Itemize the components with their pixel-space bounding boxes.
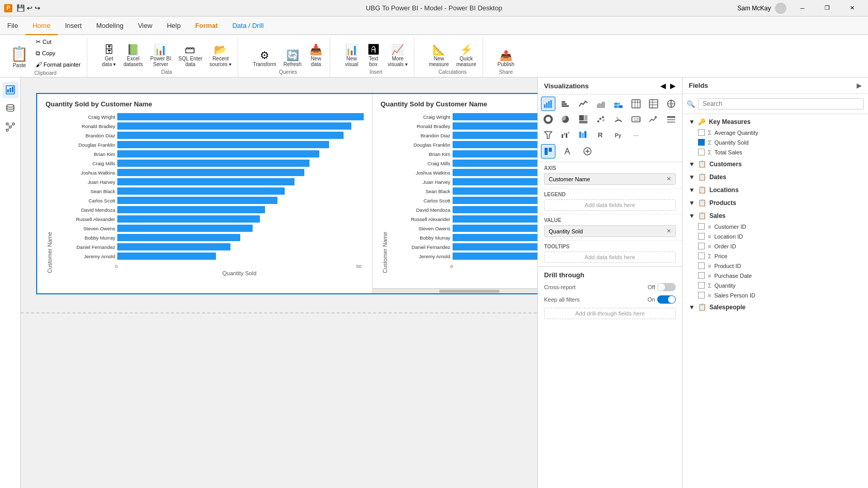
avg-qty-checkbox[interactable] <box>698 129 705 136</box>
new-measure-button[interactable]: 📐 Newmeasure <box>427 43 451 68</box>
total-sales-checkbox[interactable] <box>698 149 705 155</box>
price-checkbox[interactable] <box>698 253 705 259</box>
get-data-button[interactable]: 🗄 Getdata ▾ <box>100 43 118 68</box>
minimize-button[interactable]: ─ <box>791 0 814 17</box>
quick-measure-button[interactable]: ⚡ Quickmeasure <box>454 43 478 68</box>
menu-modeling[interactable]: Modeling <box>89 17 131 34</box>
viz-slicer[interactable] <box>664 112 678 127</box>
menu-home[interactable]: Home <box>25 17 58 35</box>
location-id-checkbox[interactable] <box>698 233 705 240</box>
new-data-button[interactable]: 📥 Newdata <box>307 43 326 68</box>
fields-group-header-products[interactable]: ▼ 📋 Products <box>683 197 868 209</box>
fields-search-input[interactable] <box>698 98 864 109</box>
save-icon[interactable]: 💾 <box>17 4 25 12</box>
drill-add-field[interactable]: Add drill-through fields here <box>544 308 676 319</box>
svg-rect-47 <box>667 119 675 120</box>
keep-filters-toggle[interactable]: On <box>647 295 676 304</box>
fields-group-header-locations[interactable]: ▼ 📋 Locations <box>683 184 868 196</box>
qty-sold-checkbox[interactable] <box>698 139 705 146</box>
sidebar-report-icon[interactable] <box>2 82 19 98</box>
excel-button[interactable]: 📗 Exceldatasets <box>121 43 145 68</box>
legend-placeholder[interactable]: Add data fields here <box>544 199 676 211</box>
redo-icon[interactable]: ↪ <box>35 4 40 12</box>
viz-gauge[interactable] <box>611 112 626 127</box>
ribbon-insert-group: 📊 Newvisual 🅰 Textbox 📈 Morevisuals ▾ In… <box>338 37 414 77</box>
publish-button[interactable]: 📤 Publish <box>495 49 517 68</box>
viz-build-tab[interactable] <box>541 144 555 159</box>
viz-donut[interactable] <box>541 112 555 127</box>
transform-button[interactable]: ⚙ Transform <box>251 49 278 68</box>
powerbi-server-button[interactable]: 📊 Power BIServer <box>148 43 174 68</box>
restore-button[interactable]: ❐ <box>815 0 839 17</box>
viz-waterfall[interactable] <box>559 128 573 142</box>
viz-more[interactable]: ··· <box>629 128 643 142</box>
copy-button[interactable]: ⧉ Copy <box>34 49 83 58</box>
fields-group-header-salespeople[interactable]: ▼ 📋 Salespeople <box>683 301 868 313</box>
viz-card[interactable]: 123 <box>629 112 643 127</box>
viz-matrix[interactable] <box>646 97 661 111</box>
product-id-checkbox[interactable] <box>698 262 705 269</box>
close-button[interactable]: ✕ <box>840 0 864 17</box>
new-visual-button[interactable]: 📊 Newvisual <box>343 43 361 68</box>
recent-sources-button[interactable]: 📂 Recentsources ▾ <box>208 43 234 68</box>
more-visuals-button[interactable]: 📈 Morevisuals ▾ <box>386 43 410 68</box>
axis-value[interactable]: Customer Name ✕ <box>544 173 676 185</box>
customer-id-checkbox[interactable] <box>698 223 705 230</box>
menu-help[interactable]: Help <box>160 17 188 34</box>
cross-report-track[interactable] <box>657 283 676 291</box>
viz-line-chart[interactable] <box>576 97 591 111</box>
keep-filters-track[interactable] <box>657 295 676 304</box>
fields-group-header-customers[interactable]: ▼ 📋 Customers <box>683 158 868 170</box>
viz-column-chart[interactable] <box>559 97 573 111</box>
window-controls[interactable]: ─ ❐ ✕ <box>791 0 864 17</box>
viz-analytics-tab[interactable] <box>580 144 595 159</box>
menu-format[interactable]: Format <box>188 17 225 34</box>
text-box-button[interactable]: 🅰 Textbox <box>364 43 383 68</box>
viz-funnel[interactable] <box>541 128 555 142</box>
viz-format-tab[interactable] <box>561 144 575 159</box>
viz-stacked-bar[interactable] <box>611 97 626 111</box>
menu-insert[interactable]: Insert <box>58 17 89 34</box>
viz-kpi[interactable] <box>646 112 661 127</box>
value-clear-icon[interactable]: ✕ <box>667 228 671 234</box>
undo-icon[interactable]: ↩ <box>27 4 33 12</box>
viz-collapse-left[interactable]: ◀ <box>660 82 666 90</box>
viz-map[interactable] <box>664 97 678 111</box>
viz-ribbon[interactable] <box>576 128 591 142</box>
menu-file[interactable]: File <box>0 17 25 34</box>
cross-report-toggle[interactable]: Off <box>648 283 676 291</box>
paste-button[interactable]: 📋 Paste <box>8 46 30 69</box>
tooltips-placeholder[interactable]: Add data fields here <box>544 251 676 263</box>
viz-scatter[interactable] <box>594 112 608 127</box>
user-avatar <box>775 3 786 14</box>
menu-view[interactable]: View <box>131 17 160 34</box>
purchase-date-checkbox[interactable] <box>698 272 705 279</box>
fields-column: Fields ▶ 🔍 ▼ 🔑 Key Measures Σ Aver <box>682 77 868 488</box>
cut-button[interactable]: ✂ Cut <box>34 37 83 46</box>
fields-group-header-key-measures[interactable]: ▼ 🔑 Key Measures <box>683 116 868 128</box>
sales-person-id-checkbox[interactable] <box>698 292 705 298</box>
format-painter-button[interactable]: 🖌 Format painter <box>34 60 83 69</box>
viz-r-visual[interactable]: R <box>594 128 608 142</box>
value-text: Quantity Sold <box>549 228 583 234</box>
fields-group-header-dates[interactable]: ▼ 📋 Dates <box>683 171 868 183</box>
menu-data-drill[interactable]: Data / Drill <box>225 17 271 34</box>
viz-py-visual[interactable]: Py <box>611 128 626 142</box>
sql-button[interactable]: 🗃 SQL Enterdata <box>176 43 204 68</box>
viz-area-chart[interactable] <box>594 97 608 111</box>
value-value[interactable]: Quantity Sold ✕ <box>544 225 676 237</box>
fields-panel-arrow[interactable]: ▶ <box>857 82 862 89</box>
sidebar-data-icon[interactable] <box>2 100 19 117</box>
viz-pie[interactable] <box>559 112 573 127</box>
sidebar-model-icon[interactable] <box>2 119 19 135</box>
fields-group-header-sales[interactable]: ▼ 📋 Sales <box>683 210 868 222</box>
axis-clear-icon[interactable]: ✕ <box>667 176 671 182</box>
order-id-checkbox[interactable] <box>698 243 705 249</box>
viz-table[interactable] <box>629 97 643 111</box>
refresh-button[interactable]: 🔄 Refresh <box>282 49 304 68</box>
viz-bar-chart[interactable] <box>541 97 555 111</box>
quantity-checkbox[interactable] <box>698 282 705 289</box>
bar-label-5: Craig Mills <box>391 161 451 166</box>
viz-expand-right[interactable]: ▶ <box>670 82 676 90</box>
viz-treemap[interactable] <box>576 112 591 127</box>
